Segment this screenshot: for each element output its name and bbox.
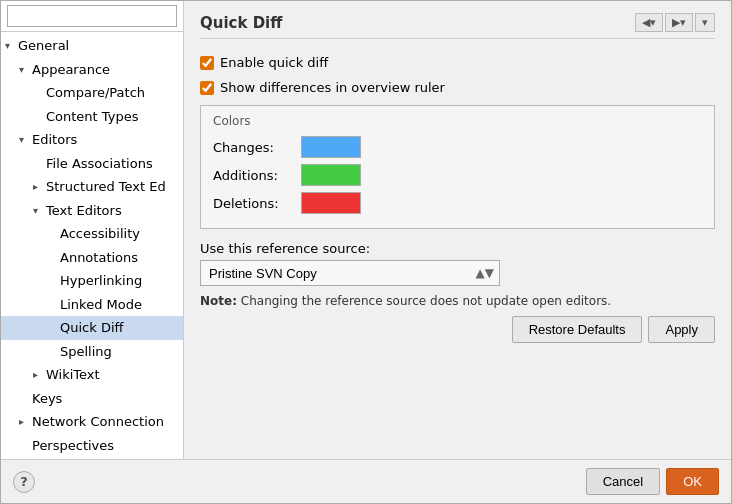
sidebar-item-keys[interactable]: Keys — [1, 387, 183, 411]
reference-source-select[interactable]: Pristine SVN CopyLatest SVN RevisionSVN … — [200, 260, 500, 286]
sidebar-item-label-accessibility: Accessibility — [60, 224, 140, 244]
sidebar-item-label-text-editors: Text Editors — [46, 201, 122, 221]
sidebar-item-general[interactable]: General — [1, 34, 183, 58]
deletions-color-button[interactable] — [301, 192, 361, 214]
right-arrow-icon — [19, 414, 29, 429]
note-content: Changing the reference source does not u… — [241, 294, 611, 308]
reference-section: Use this reference source: Pristine SVN … — [200, 241, 715, 308]
changes-label: Changes: — [213, 140, 293, 155]
sidebar-item-label-content-types: Content Types — [46, 107, 138, 127]
sidebar-item-label-spelling: Spelling — [60, 342, 112, 362]
enable-quick-diff-checkbox[interactable] — [200, 56, 214, 70]
sidebar-item-appearance[interactable]: Appearance — [1, 58, 183, 82]
sidebar: GeneralAppearanceCompare/PatchContent Ty… — [1, 1, 184, 459]
sidebar-item-file-associations[interactable]: File Associations — [1, 152, 183, 176]
sidebar-item-content-types[interactable]: Content Types — [1, 105, 183, 129]
search-wrap — [1, 1, 183, 32]
sidebar-item-spelling[interactable]: Spelling — [1, 340, 183, 364]
note-text: Note: Changing the reference source does… — [200, 294, 715, 308]
content-area: Enable quick diff Show differences in ov… — [200, 51, 715, 451]
sidebar-item-annotations[interactable]: Annotations — [1, 246, 183, 270]
sidebar-item-structured-text[interactable]: Structured Text Ed — [1, 175, 183, 199]
right-arrow-icon — [33, 367, 43, 382]
sidebar-item-accessibility[interactable]: Accessibility — [1, 222, 183, 246]
sidebar-item-label-structured-text: Structured Text Ed — [46, 177, 166, 197]
main-panel: Quick Diff ◀▾ ▶▾ ▾ Enable quick diff Sho… — [184, 1, 731, 459]
down-arrow-icon — [5, 38, 15, 53]
additions-row: Additions: — [213, 164, 702, 186]
search-input[interactable] — [7, 5, 177, 27]
sidebar-item-label-perspectives: Perspectives — [32, 436, 114, 456]
sidebar-item-compare-patch[interactable]: Compare/Patch — [1, 81, 183, 105]
sidebar-item-label-appearance: Appearance — [32, 60, 110, 80]
sidebar-item-linked-mode[interactable]: Linked Mode — [1, 293, 183, 317]
reference-select-wrap: Pristine SVN CopyLatest SVN RevisionSVN … — [200, 260, 500, 286]
deletions-label: Deletions: — [213, 196, 293, 211]
sidebar-item-label-keys: Keys — [32, 389, 62, 409]
show-diff-row: Show differences in overview ruler — [200, 80, 715, 95]
dropdown-button[interactable]: ▾ — [695, 13, 715, 32]
deletions-row: Deletions: — [213, 192, 702, 214]
right-arrow-icon — [33, 179, 43, 194]
reference-source-label: Use this reference source: — [200, 241, 715, 256]
down-arrow-icon — [19, 62, 29, 77]
cancel-button[interactable]: Cancel — [586, 468, 660, 495]
help-button[interactable]: ? — [13, 471, 35, 493]
enable-quick-diff-row: Enable quick diff — [200, 55, 715, 70]
sidebar-item-editors[interactable]: Editors — [1, 128, 183, 152]
page-title: Quick Diff — [200, 14, 282, 32]
sidebar-item-label-quick-diff: Quick Diff — [60, 318, 123, 338]
sidebar-item-label-compare-patch: Compare/Patch — [46, 83, 145, 103]
apply-button[interactable]: Apply — [648, 316, 715, 343]
preferences-dialog: GeneralAppearanceCompare/PatchContent Ty… — [0, 0, 732, 504]
sidebar-item-label-editors: Editors — [32, 130, 77, 150]
sidebar-item-label-file-associations: File Associations — [46, 154, 153, 174]
enable-quick-diff-label: Enable quick diff — [220, 55, 328, 70]
bottom-right-buttons: Cancel OK — [586, 468, 719, 495]
nav-arrows: ◀▾ ▶▾ ▾ — [635, 13, 715, 32]
note-bold: Note: — [200, 294, 237, 308]
sidebar-item-label-general: General — [18, 36, 69, 56]
down-arrow-icon — [19, 132, 29, 147]
restore-defaults-button[interactable]: Restore Defaults — [512, 316, 643, 343]
show-differences-label: Show differences in overview ruler — [220, 80, 445, 95]
sidebar-item-label-linked-mode: Linked Mode — [60, 295, 142, 315]
sidebar-item-hyperlinking[interactable]: Hyperlinking — [1, 269, 183, 293]
sidebar-item-label-annotations: Annotations — [60, 248, 138, 268]
sidebar-item-wikitext[interactable]: WikiText — [1, 363, 183, 387]
ok-button[interactable]: OK — [666, 468, 719, 495]
changes-row: Changes: — [213, 136, 702, 158]
inner-buttons: Restore Defaults Apply — [200, 308, 715, 343]
down-arrow-icon — [33, 203, 43, 218]
page-header: Quick Diff ◀▾ ▶▾ ▾ — [200, 13, 715, 39]
sidebar-item-perspectives[interactable]: Perspectives — [1, 434, 183, 458]
bottom-bar: ? Cancel OK — [1, 459, 731, 503]
changes-color-button[interactable] — [301, 136, 361, 158]
sidebar-tree: GeneralAppearanceCompare/PatchContent Ty… — [1, 32, 183, 459]
next-button[interactable]: ▶▾ — [665, 13, 693, 32]
prev-button[interactable]: ◀▾ — [635, 13, 663, 32]
sidebar-item-text-editors[interactable]: Text Editors — [1, 199, 183, 223]
colors-group: Colors Changes: Additions: Deletions: — [200, 105, 715, 229]
sidebar-item-network-connection[interactable]: Network Connection — [1, 410, 183, 434]
sidebar-item-label-network-connection: Network Connection — [32, 412, 164, 432]
sidebar-item-quick-diff[interactable]: Quick Diff — [1, 316, 183, 340]
show-differences-checkbox[interactable] — [200, 81, 214, 95]
colors-group-label: Colors — [213, 114, 702, 128]
additions-color-button[interactable] — [301, 164, 361, 186]
sidebar-item-label-wikitext: WikiText — [46, 365, 100, 385]
additions-label: Additions: — [213, 168, 293, 183]
sidebar-item-label-hyperlinking: Hyperlinking — [60, 271, 142, 291]
